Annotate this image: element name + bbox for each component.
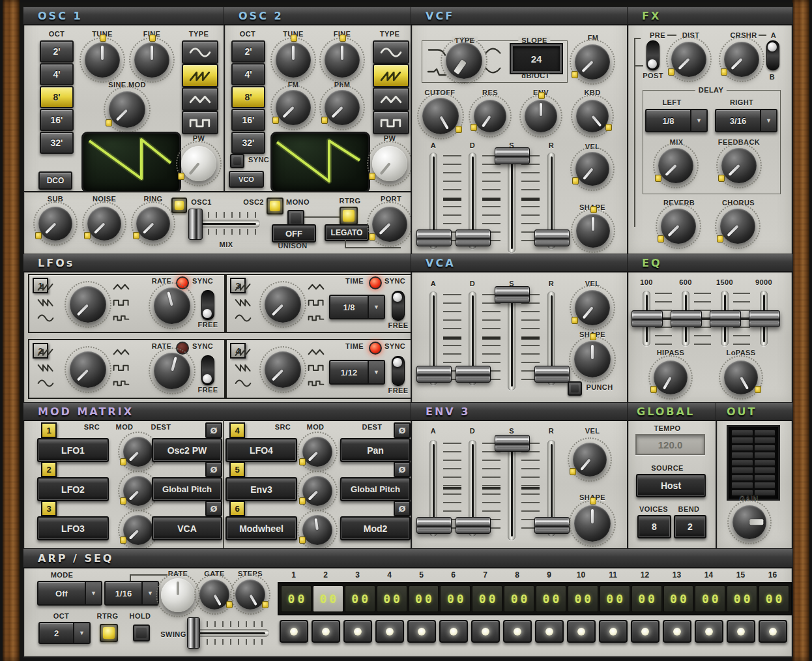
osc1-oct-8-button[interactable]: 8' <box>40 86 74 108</box>
osc2-tune-knob[interactable] <box>276 42 311 78</box>
osc2-pw-knob[interactable] <box>372 146 407 181</box>
port-knob[interactable] <box>372 207 407 242</box>
osc1-wave-saw-button[interactable] <box>182 64 218 87</box>
env3-vel-knob[interactable] <box>573 443 607 477</box>
step-button-15[interactable] <box>727 620 755 643</box>
global-source-button[interactable]: Host <box>636 474 706 497</box>
vcf-sustain-slider[interactable] <box>508 150 515 253</box>
env3-release-handle[interactable] <box>534 517 570 534</box>
step-value-9[interactable]: 00 <box>536 585 566 612</box>
mm-row4-dest-button[interactable]: Pan <box>340 438 411 462</box>
step-button-7[interactable] <box>471 620 500 643</box>
vcf-release-handle[interactable] <box>534 229 570 246</box>
arp-swing-handle[interactable] <box>187 617 200 649</box>
osc1-tune-knob[interactable] <box>85 42 120 78</box>
vca-sustain-handle[interactable] <box>495 286 530 303</box>
mm-row3-src-button[interactable]: LFO3 <box>37 516 109 540</box>
vcf-decay-handle[interactable] <box>456 229 491 246</box>
mm-row2-dest-button[interactable]: Global Pitch <box>152 477 222 501</box>
step-value-1[interactable]: 00 <box>281 585 312 612</box>
vcf-res-knob[interactable] <box>474 100 506 132</box>
vca-sustain-slider[interactable] <box>508 289 515 390</box>
vcf-vel-knob[interactable] <box>575 152 609 186</box>
unison-value-button[interactable]: OFF <box>272 224 316 242</box>
step-value-10[interactable]: 00 <box>568 585 598 612</box>
step-button-13[interactable] <box>663 620 691 643</box>
dropdown-arrow-icon[interactable]: ▼ <box>86 582 101 604</box>
mm-row1-bypass-icon[interactable]: Ø <box>205 422 222 438</box>
arp-steps-knob[interactable] <box>235 580 265 610</box>
mm-row4-bypass-icon[interactable]: Ø <box>394 422 411 438</box>
osc1-fine-knob[interactable] <box>134 42 169 78</box>
vcf-shape-knob[interactable] <box>576 214 610 248</box>
osc2-oct-4-button[interactable]: 4' <box>231 63 265 85</box>
dropdown-arrow-icon[interactable]: ▼ <box>74 623 89 643</box>
mm-row3-dest-button[interactable]: VCA <box>152 516 222 540</box>
lfo2-wave-selector-knob[interactable] <box>70 351 106 388</box>
arp-swing-slider[interactable] <box>191 629 269 637</box>
dropdown-arrow-icon[interactable]: ▼ <box>369 361 384 383</box>
step-button-14[interactable] <box>695 620 723 643</box>
step-value-3[interactable]: 00 <box>345 585 375 612</box>
step-value-4[interactable]: 00 <box>377 585 407 612</box>
osc2-fine-knob[interactable] <box>325 42 360 78</box>
step-value-12[interactable]: 00 <box>631 585 662 612</box>
arp-rate-dropdown[interactable]: 1/16 ▼ <box>104 581 159 606</box>
rtrg-led[interactable] <box>340 207 358 225</box>
mm-row2-mod-knob[interactable] <box>123 476 153 506</box>
dropdown-arrow-icon[interactable]: ▼ <box>761 110 776 131</box>
vcf-type-knob[interactable] <box>446 42 482 79</box>
global-tempo-display[interactable]: 120.0 <box>635 434 705 455</box>
lfo2-sync-free-toggle[interactable] <box>201 355 214 385</box>
osc2-wave-sine-button[interactable] <box>373 40 409 64</box>
step-button-5[interactable] <box>407 620 436 643</box>
lfo1-rate-knob[interactable] <box>154 287 190 324</box>
mm-row6-dest-button[interactable]: Mod2 <box>340 516 411 540</box>
eq-100-handle[interactable] <box>631 310 663 327</box>
osc2-oct-32-button[interactable]: 32' <box>231 132 265 154</box>
osc2-wave-triangle-button[interactable] <box>373 87 409 111</box>
step-value-13[interactable]: 00 <box>663 585 694 612</box>
step-value-16[interactable]: 00 <box>759 585 789 612</box>
osc1-oct-16-button[interactable]: 16' <box>40 109 74 131</box>
mono-led[interactable] <box>267 198 283 214</box>
step-button-6[interactable] <box>439 620 468 643</box>
out-gain-knob[interactable] <box>732 505 766 539</box>
step-button-9[interactable] <box>535 620 564 643</box>
vca-vel-knob[interactable] <box>575 290 610 325</box>
mix-slider-handle[interactable] <box>188 209 203 240</box>
global-bend-button[interactable]: 2 <box>674 515 706 538</box>
mm-row3-bypass-icon[interactable]: Ø <box>205 501 222 516</box>
mm-row1-mod-knob[interactable] <box>123 437 153 467</box>
eq-lopass-knob[interactable] <box>724 360 758 394</box>
mm-row5-src-button[interactable]: Env3 <box>225 477 297 501</box>
env3-sustain-handle[interactable] <box>495 435 530 452</box>
vcf-cutoff-knob[interactable] <box>422 98 459 134</box>
step-value-8[interactable]: 00 <box>504 585 534 612</box>
lfo4-sync-free-toggle[interactable] <box>392 356 405 386</box>
osc2-phm-knob[interactable] <box>325 90 360 125</box>
arp-rate-knob[interactable] <box>161 578 195 612</box>
vca-decay-handle[interactable] <box>456 366 491 383</box>
vcf-kbd-knob[interactable] <box>576 100 609 132</box>
fx-delay-left-dropdown[interactable]: 1/8 ▼ <box>645 109 708 132</box>
fx-delay-feedback-knob[interactable] <box>721 148 757 183</box>
eq-1500-handle[interactable] <box>710 310 741 327</box>
env3-sustain-slider[interactable] <box>508 437 515 540</box>
mm-row6-src-button[interactable]: Modwheel <box>225 516 297 540</box>
mm-row1-dest-button[interactable]: Osc2 PW <box>152 438 222 462</box>
osc1-wave-square-button[interactable] <box>182 111 218 134</box>
osc1-pw-knob[interactable] <box>181 146 216 181</box>
fx-crshr-knob[interactable] <box>724 42 759 77</box>
step-button-12[interactable] <box>631 620 660 643</box>
vcf-slope-display[interactable]: 24 <box>511 44 562 73</box>
lfo4-wave-selector-knob[interactable] <box>265 351 301 388</box>
vcf-sustain-handle[interactable] <box>495 147 530 164</box>
mm-row4-src-button[interactable]: LFO4 <box>225 438 297 462</box>
fx-ab-toggle[interactable] <box>766 40 779 70</box>
step-button-1[interactable] <box>280 620 308 643</box>
lfo3-time-dropdown[interactable]: 1/8 ▼ <box>329 295 385 319</box>
step-value-7[interactable]: 00 <box>472 585 502 612</box>
osc1-sinemod-knob[interactable] <box>109 91 145 128</box>
fx-dist-knob[interactable] <box>671 42 706 77</box>
